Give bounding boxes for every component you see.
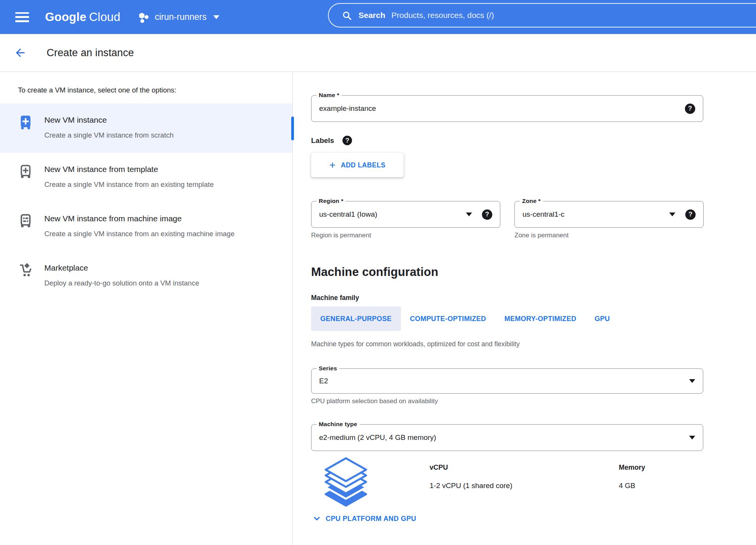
sidebar-item-new-vm-instance[interactable]: New VM instance Create a single VM insta… bbox=[0, 104, 292, 153]
tab-general-purpose[interactable]: GENERAL-PURPOSE bbox=[311, 307, 401, 331]
project-hexagons-icon bbox=[138, 11, 149, 23]
project-selector[interactable]: cirun-runners bbox=[138, 11, 220, 23]
sidebar-item-new-vm-from-template[interactable]: New VM instance from template Create a s… bbox=[0, 153, 292, 202]
machine-image-icon bbox=[18, 212, 33, 229]
name-field-value: example-instance bbox=[319, 104, 685, 113]
zone-select-label: Zone * bbox=[520, 198, 543, 204]
sidebar-item-marketplace[interactable]: Marketplace Deploy a ready-to-go solutio… bbox=[0, 251, 292, 301]
vm-template-plus-icon bbox=[18, 163, 33, 180]
search-placeholder: Products, resources, docs (/) bbox=[391, 11, 494, 20]
region-select-label: Region * bbox=[316, 198, 346, 204]
dropdown-caret-icon bbox=[669, 212, 675, 216]
name-field-label: Name * bbox=[316, 92, 342, 99]
option-description: Create a single VM instance from an exis… bbox=[44, 177, 214, 192]
memory-value: 4 GB bbox=[619, 482, 645, 490]
back-arrow-button[interactable] bbox=[14, 46, 27, 59]
sidebar-item-new-vm-from-machine-image[interactable]: New VM instance from machine image Creat… bbox=[0, 202, 292, 251]
zone-select-value: us-central1-c bbox=[522, 210, 669, 219]
option-title: New VM instance from machine image bbox=[44, 212, 235, 225]
page-header: Create an instance bbox=[0, 34, 756, 72]
machine-type-label: Machine type bbox=[316, 421, 360, 428]
region-select[interactable]: Region * us-central1 (Iowa) ? bbox=[311, 201, 500, 228]
series-select[interactable]: Series E2 bbox=[311, 368, 703, 394]
region-helper-text: Region is permanent bbox=[311, 232, 500, 239]
dropdown-caret-icon bbox=[689, 379, 695, 383]
dropdown-caret-icon bbox=[689, 436, 695, 440]
vcpu-value: 1-2 vCPU (1 shared core) bbox=[430, 482, 512, 490]
name-field[interactable]: Name * example-instance ? bbox=[311, 95, 703, 122]
vm-plus-icon bbox=[18, 114, 33, 131]
instance-form: Name * example-instance ? Labels ? + ADD… bbox=[293, 72, 756, 545]
option-title: Marketplace bbox=[44, 262, 199, 274]
project-name: cirun-runners bbox=[155, 12, 207, 22]
option-title: New VM instance bbox=[44, 114, 174, 126]
option-description: Deploy a ready-to-go solution onto a VM … bbox=[44, 276, 199, 290]
machine-type-value: e2-medium (2 vCPU, 4 GB memory) bbox=[319, 433, 689, 442]
search-label: Search bbox=[359, 11, 385, 20]
option-description: Create a single VM instance from scratch bbox=[44, 128, 174, 143]
zone-select[interactable]: Zone * us-central1-c ? bbox=[514, 201, 704, 228]
chevron-down-icon bbox=[311, 513, 323, 524]
page-title: Create an instance bbox=[47, 47, 134, 59]
machine-family-tabs: GENERAL-PURPOSE COMPUTE-OPTIMIZED MEMORY… bbox=[311, 307, 756, 331]
region-select-value: us-central1 (Iowa) bbox=[319, 210, 466, 219]
content-area: To create a VM instance, select one of t… bbox=[0, 72, 756, 545]
labels-help-icon[interactable]: ? bbox=[342, 136, 352, 145]
dropdown-caret-icon bbox=[466, 212, 472, 216]
search-icon bbox=[342, 10, 352, 21]
layers-icon bbox=[323, 457, 369, 507]
plus-icon: + bbox=[329, 160, 335, 170]
sidebar-intro-text: To create a VM instance, select one of t… bbox=[0, 72, 292, 104]
machine-family-caption: Machine types for common workloads, opti… bbox=[311, 340, 756, 348]
cpu-platform-gpu-expander[interactable]: CPU PLATFORM AND GPU bbox=[311, 513, 756, 524]
selection-indicator bbox=[291, 117, 294, 140]
series-select-value: E2 bbox=[319, 377, 689, 385]
creation-options-sidebar: To create a VM instance, select one of t… bbox=[0, 72, 293, 545]
series-select-label: Series bbox=[316, 365, 339, 372]
vcpu-header: vCPU bbox=[430, 464, 512, 472]
google-cloud-logo[interactable]: GoogleCloud bbox=[45, 10, 120, 24]
region-help-icon[interactable]: ? bbox=[482, 209, 492, 220]
option-title: New VM instance from template bbox=[44, 163, 214, 175]
tab-gpu[interactable]: GPU bbox=[586, 307, 619, 331]
machine-configuration-heading: Machine configuration bbox=[311, 265, 756, 279]
zone-help-icon[interactable]: ? bbox=[685, 209, 696, 220]
create-instance-page: GoogleCloud cirun-runners Search Product… bbox=[0, 0, 756, 545]
machine-family-label: Machine family bbox=[311, 294, 756, 302]
memory-header: Memory bbox=[619, 464, 645, 472]
labels-section-label: Labels bbox=[311, 136, 334, 145]
series-helper-text: CPU platform selection based on availabi… bbox=[311, 397, 703, 405]
marketplace-cart-icon bbox=[18, 262, 33, 279]
option-description: Create a single VM instance from an exis… bbox=[44, 226, 235, 241]
zone-helper-text: Zone is permanent bbox=[514, 232, 704, 239]
search-input[interactable]: Search Products, resources, docs (/) bbox=[328, 3, 756, 28]
name-help-icon[interactable]: ? bbox=[685, 104, 695, 114]
add-labels-button[interactable]: + ADD LABELS bbox=[311, 153, 404, 177]
top-navigation-bar: GoogleCloud cirun-runners Search Product… bbox=[0, 0, 756, 34]
machine-type-specs: vCPU 1-2 vCPU (1 shared core) Memory 4 G… bbox=[311, 457, 703, 508]
tab-compute-optimized[interactable]: COMPUTE-OPTIMIZED bbox=[401, 307, 495, 331]
menu-icon[interactable] bbox=[15, 12, 29, 22]
tab-memory-optimized[interactable]: MEMORY-OPTIMIZED bbox=[495, 307, 586, 331]
machine-type-select[interactable]: Machine type e2-medium (2 vCPU, 4 GB mem… bbox=[311, 424, 703, 451]
project-caret-icon bbox=[213, 15, 219, 19]
